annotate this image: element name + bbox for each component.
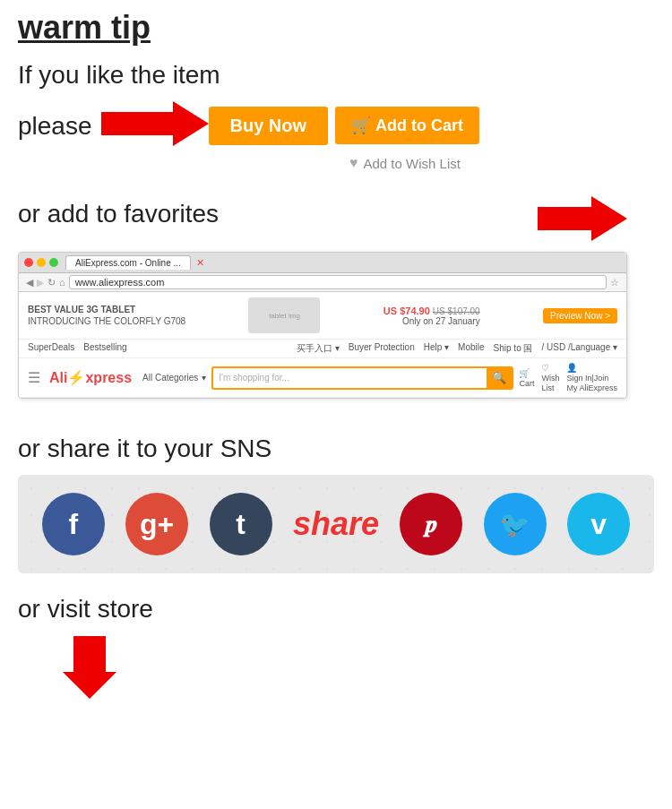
red-arrow-favorites-icon [538, 196, 627, 245]
share-label: share [293, 505, 379, 543]
heart-icon: ♥ [349, 155, 358, 171]
nav-mobile: Mobile [458, 342, 484, 355]
please-label: please [18, 108, 92, 143]
add-to-cart-button[interactable]: 🛒 Add to Cart [335, 107, 479, 144]
categories-dropdown: All Categories ▾ [142, 373, 206, 383]
browser-right-icons: 🛒Cart ♡WishList 👤Sign In|JoinMy AliExpre… [519, 363, 617, 392]
nav-help: Help ▾ [424, 342, 449, 355]
refresh-icon: ↻ [47, 277, 56, 288]
cart-browser-icon: 🛒Cart [519, 368, 534, 388]
page-title: warm tip [18, 9, 654, 47]
browser-nav: SuperDeals Bestselling 买手入口 ▾ Buyer Prot… [19, 340, 626, 358]
nav-ship: Ship to 国 [494, 342, 533, 355]
promo-image: tablet img [248, 297, 320, 333]
nav-superdeals: SuperDeals [28, 342, 74, 355]
facebook-icon[interactable]: f [42, 493, 105, 555]
preview-button[interactable]: Preview Now > [543, 308, 617, 323]
nav-bestselling: Bestselling [83, 342, 126, 355]
browser-max-dot [49, 258, 58, 267]
nav-buyer: 买手入口 ▾ [297, 342, 340, 355]
wish-list-row: ♥ Add to Wish List [349, 155, 654, 171]
twitter-icon[interactable]: 🐦 [484, 493, 547, 555]
svg-marker-1 [538, 196, 627, 241]
share-sns-text: or share it to your SNS [18, 431, 654, 466]
promo-subtitle: INTRODUCING THE COLORFLY G708 [28, 315, 185, 327]
back-icon: ◀ [26, 277, 33, 288]
favorites-section: or add to favorites AliExpress.com - Onl… [18, 196, 654, 399]
visit-store-section: or visit store [18, 591, 654, 701]
wish-list-label: Add to Wish List [364, 156, 461, 171]
red-arrow-down-icon [63, 636, 654, 702]
add-favorites-text: or add to favorites [18, 196, 219, 231]
browser-close-dot [24, 258, 33, 267]
search-bar: I'm shopping for... 🔍 [211, 366, 513, 390]
browser-address-bar: ◀ ▶ ↻ ⌂ www.aliexpress.com ☆ [19, 273, 626, 292]
search-placeholder-text: I'm shopping for... [213, 373, 487, 383]
cart-icon: 🛒 [351, 116, 371, 135]
if-you-like-text: If you like the item [18, 57, 654, 92]
browser-search-row: ☰ Ali⚡xpress All Categories ▾ I'm shoppi… [19, 358, 626, 398]
nav-buyer-protection: Buyer Protection [349, 342, 415, 355]
search-icon: 🔍 [492, 371, 506, 384]
wish-browser-icon: ♡WishList [541, 363, 559, 392]
promo-text: BEST VALUE 3G TABLET INTRODUCING THE COL… [28, 304, 185, 327]
sns-section: or share it to your SNS f g+ t share 𝒑 🐦… [18, 431, 654, 573]
browser-tab: AliExpress.com - Online ... [65, 255, 191, 270]
close-icon: ✕ [196, 257, 204, 269]
browser-titlebar: AliExpress.com - Online ... ✕ [19, 253, 626, 273]
search-button[interactable]: 🔍 [487, 366, 512, 390]
visit-store-text: or visit store [18, 591, 654, 626]
price-old: US $107.00 [433, 306, 480, 316]
add-to-cart-label: Add to Cart [375, 116, 463, 135]
profile-icon: 👤Sign In|JoinMy AliExpress [566, 363, 617, 392]
price-current: US $74.90 [383, 306, 430, 316]
buy-row: please Buy Now 🛒 Add to Cart [18, 101, 654, 150]
categories-label: All Categories [142, 373, 198, 383]
aliexpress-logo: Ali⚡xpress [49, 369, 132, 386]
svg-marker-0 [101, 101, 209, 146]
express-text: ⚡ [67, 370, 85, 385]
promo-date: Only on 27 January [383, 316, 480, 326]
svg-marker-2 [63, 636, 116, 699]
tumblr-icon[interactable]: t [210, 493, 272, 555]
browser-screenshot: AliExpress.com - Online ... ✕ ◀ ▶ ↻ ⌂ ww… [18, 252, 627, 399]
sns-icons-container: f g+ t share 𝒑 🐦 v [18, 475, 654, 573]
home-icon: ⌂ [59, 277, 65, 288]
nav-usd: / USD /Language ▾ [542, 342, 618, 355]
forward-icon: ▶ [37, 277, 44, 288]
browser-min-dot [37, 258, 46, 267]
promo-price: US $74.90 US $107.00 Only on 27 January [383, 306, 480, 326]
promo-title: BEST VALUE 3G TABLET [28, 304, 185, 315]
address-input: www.aliexpress.com [69, 275, 607, 289]
browser-promo-bar: BEST VALUE 3G TABLET INTRODUCING THE COL… [19, 292, 626, 340]
googleplus-icon[interactable]: g+ [125, 493, 188, 555]
menu-icon: ☰ [28, 369, 40, 386]
chevron-down-icon: ▾ [202, 373, 206, 383]
star-icon: ☆ [610, 277, 619, 288]
buy-now-button[interactable]: Buy Now [209, 107, 329, 145]
red-arrow-right-icon [101, 101, 209, 150]
